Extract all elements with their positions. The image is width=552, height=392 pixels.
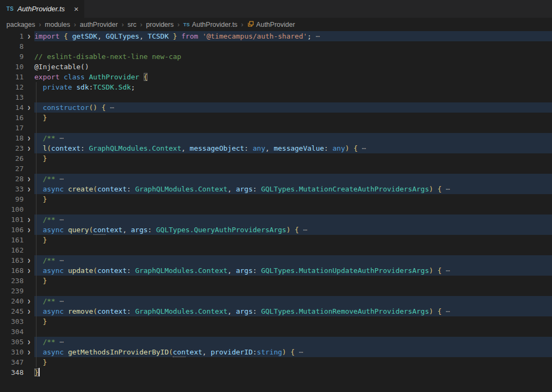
code-content[interactable]: l(context: GraphQLModules.Context, messa… [34, 143, 552, 153]
code-line-12[interactable]: 12 private sdk:TCSDK.Sdk; [0, 82, 552, 92]
code-content[interactable] [34, 123, 552, 133]
code-line-100[interactable]: 100 [0, 204, 552, 215]
code-line-240[interactable]: 240❯ /** ⋯ [0, 296, 552, 306]
code-line-101[interactable]: 101❯ /** ⋯ [0, 215, 552, 225]
fold-chevron-icon[interactable]: ❯ [24, 265, 34, 276]
code-line-163[interactable]: 163❯ /** ⋯ [0, 255, 552, 265]
code-line-245[interactable]: 245❯ async remove(context: GraphQLModule… [0, 306, 552, 316]
code-line-10[interactable]: 10@Injectable() [0, 62, 552, 72]
token: ⋯ [441, 185, 450, 193]
code-line-304[interactable]: 304 [0, 327, 552, 337]
code-content[interactable]: private sdk:TCSDK.Sdk; [34, 82, 552, 92]
code-line-26[interactable]: 26 } [0, 153, 552, 164]
code-content[interactable]: async create(context: GraphQLModules.Con… [34, 184, 552, 194]
code-content[interactable]: // eslint-disable-next-line new-cap [34, 51, 552, 62]
code-content[interactable] [34, 164, 552, 174]
code-line-310[interactable]: 310❯ async getMethodsInProviderByID(cont… [0, 347, 552, 357]
breadcrumb-item-providers[interactable]: providers [146, 21, 173, 28]
code-line-303[interactable]: 303 } [0, 316, 552, 327]
code-content[interactable]: } [34, 367, 552, 378]
breadcrumb-file[interactable]: TS AuthProvider.ts [183, 21, 238, 28]
line-number: 106 [0, 225, 24, 235]
code-content[interactable] [34, 327, 552, 337]
code-line-239[interactable]: 239 [0, 286, 552, 296]
code-content[interactable]: /** ⋯ [34, 215, 552, 225]
code-line-33[interactable]: 33❯ async create(context: GraphQLModules… [0, 184, 552, 194]
code-content[interactable]: /** ⋯ [34, 255, 552, 265]
code-line-347[interactable]: 347 } [0, 357, 552, 367]
typescript-file-icon: TS [183, 22, 190, 27]
line-number: 14 [0, 102, 24, 113]
code-content[interactable]: async getMethodsInProviderByID(context, … [34, 347, 552, 357]
code-content[interactable]: @Injectable() [34, 62, 552, 72]
code-content[interactable]: import { getSDK, GQLTypes, TCSDK } from … [34, 31, 552, 41]
fold-chevron-icon[interactable]: ❯ [24, 337, 34, 347]
breadcrumb-item-authProvider[interactable]: authProvider [80, 21, 118, 28]
fold-chevron-icon[interactable]: ❯ [24, 255, 34, 265]
token: { [295, 226, 299, 234]
code-content[interactable] [34, 286, 552, 296]
token: ; [307, 32, 312, 40]
fold-chevron-icon[interactable]: ❯ [24, 143, 34, 153]
code-content[interactable] [34, 204, 552, 215]
tab-authprovider[interactable]: TS AuthProvider.ts × [0, 0, 84, 18]
code-content[interactable]: async query(context, args: GQLTypes.Quer… [34, 225, 552, 235]
code-content[interactable]: constructor() { ⋯ [34, 102, 552, 113]
code-line-23[interactable]: 23❯ l(context: GraphQLModules.Context, m… [0, 143, 552, 153]
fold-chevron-icon[interactable]: ❯ [24, 184, 34, 194]
fold-chevron-icon[interactable]: ❯ [24, 215, 34, 225]
token: /** [43, 256, 55, 264]
code-content[interactable]: } [34, 194, 552, 204]
code-line-1[interactable]: 1❯import { getSDK, GQLTypes, TCSDK } fro… [0, 31, 552, 41]
code-line-238[interactable]: 238 } [0, 276, 552, 286]
fold-chevron-icon[interactable]: ❯ [24, 133, 34, 143]
code-line-106[interactable]: 106❯ async query(context, args: GQLTypes… [0, 225, 552, 235]
code-content[interactable]: /** ⋯ [34, 174, 552, 184]
code-line-348[interactable]: 348} [0, 367, 552, 378]
code-content[interactable] [34, 41, 552, 51]
code-content[interactable] [34, 245, 552, 255]
code-line-8[interactable]: 8 [0, 41, 552, 51]
code-line-18[interactable]: 18❯ /** ⋯ [0, 133, 552, 143]
code-line-162[interactable]: 162 [0, 245, 552, 255]
breadcrumb-item-modules[interactable]: modules [45, 21, 70, 28]
code-content[interactable]: } [34, 276, 552, 286]
code-line-13[interactable]: 13 [0, 92, 552, 102]
fold-chevron-icon[interactable]: ❯ [24, 31, 34, 41]
fold-chevron-icon[interactable]: ❯ [24, 174, 34, 184]
close-icon[interactable]: × [74, 5, 79, 13]
code-content[interactable]: async update(context: GraphQLModules.Con… [34, 265, 552, 276]
fold-chevron-icon[interactable]: ❯ [24, 296, 34, 306]
code-content[interactable]: /** ⋯ [34, 337, 552, 347]
code-line-28[interactable]: 28❯ /** ⋯ [0, 174, 552, 184]
breadcrumb-item-packages[interactable]: packages [6, 21, 35, 28]
code-content[interactable]: } [34, 235, 552, 245]
code-line-305[interactable]: 305❯ /** ⋯ [0, 337, 552, 347]
fold-chevron-icon[interactable]: ❯ [24, 306, 34, 316]
token [177, 32, 181, 40]
breadcrumb-symbol[interactable]: AuthProvider [247, 20, 295, 29]
code-content[interactable] [34, 92, 552, 102]
code-content[interactable]: async remove(context: GraphQLModules.Con… [34, 306, 552, 316]
code-line-14[interactable]: 14❯ constructor() { ⋯ [0, 102, 552, 113]
code-content[interactable]: } [34, 113, 552, 123]
code-line-161[interactable]: 161 } [0, 235, 552, 245]
code-line-168[interactable]: 168❯ async update(context: GraphQLModule… [0, 265, 552, 276]
code-content[interactable]: } [34, 316, 552, 327]
code-line-17[interactable]: 17 [0, 123, 552, 133]
code-line-99[interactable]: 99 } [0, 194, 552, 204]
code-line-9[interactable]: 9// eslint-disable-next-line new-cap [0, 51, 552, 62]
code-line-11[interactable]: 11export class AuthProvider { [0, 72, 552, 82]
fold-chevron-icon[interactable]: ❯ [24, 102, 34, 113]
code-line-27[interactable]: 27 [0, 164, 552, 174]
code-content[interactable]: export class AuthProvider { [34, 72, 552, 82]
fold-chevron-icon[interactable]: ❯ [24, 347, 34, 357]
code-content[interactable]: } [34, 357, 552, 367]
breadcrumb-item-src[interactable]: src [128, 21, 137, 28]
code-content[interactable]: } [34, 153, 552, 164]
code-content[interactable]: /** ⋯ [34, 133, 552, 143]
code-line-16[interactable]: 16 } [0, 113, 552, 123]
code-content[interactable]: /** ⋯ [34, 296, 552, 306]
token: } [43, 277, 47, 285]
fold-chevron-icon[interactable]: ❯ [24, 225, 34, 235]
